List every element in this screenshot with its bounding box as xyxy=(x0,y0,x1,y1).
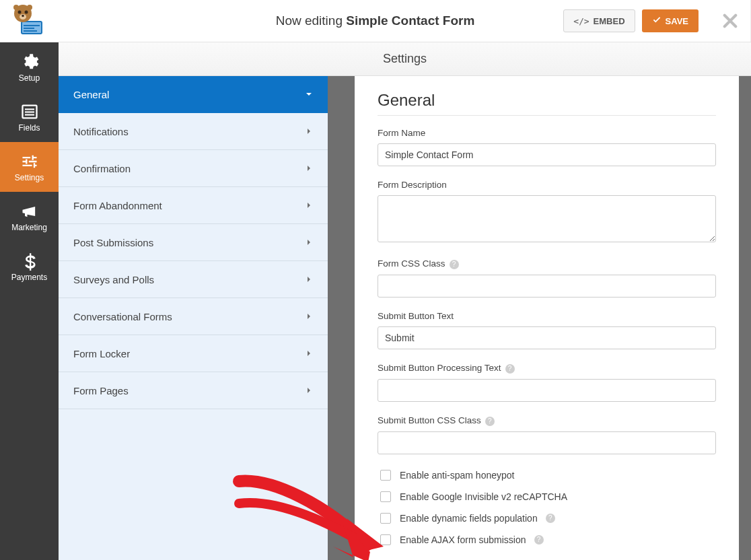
recaptcha-checkbox[interactable] xyxy=(380,491,391,502)
list-icon xyxy=(20,102,39,121)
chevron-right-icon xyxy=(305,238,313,246)
svg-rect-2 xyxy=(24,28,34,29)
subnav-form-abandonment[interactable]: Form Abandonment xyxy=(59,187,328,224)
subnav-form-locker[interactable]: Form Locker xyxy=(59,335,328,372)
dollar-icon xyxy=(20,252,39,271)
nav-fields[interactable]: Fields xyxy=(0,92,59,142)
help-icon[interactable]: ? xyxy=(505,364,515,374)
form-css-class-label: Form CSS Class? xyxy=(378,258,716,269)
subnav-confirmation[interactable]: Confirmation xyxy=(59,150,328,187)
settings-subnav: General Notifications Confirmation Form … xyxy=(59,76,328,560)
antispam-checkbox[interactable] xyxy=(380,470,391,481)
svg-point-8 xyxy=(22,15,24,18)
help-icon[interactable]: ? xyxy=(546,514,555,523)
nav-payments[interactable]: Payments xyxy=(0,242,59,291)
content-heading: Settings xyxy=(59,42,751,76)
nav-settings[interactable]: Settings xyxy=(0,142,59,192)
code-icon: </> xyxy=(573,16,589,26)
svg-point-6 xyxy=(25,11,28,14)
chevron-down-icon xyxy=(305,90,313,98)
subnav-post-submissions[interactable]: Post Submissions xyxy=(59,224,328,261)
scrollbar-rail xyxy=(739,76,751,560)
submit-css-class-label: Submit Button CSS Class? xyxy=(378,415,716,426)
chevron-right-icon xyxy=(305,127,313,135)
subnav-general[interactable]: General xyxy=(59,76,328,113)
dynamic-fields-checkbox[interactable] xyxy=(380,513,391,524)
megaphone-icon xyxy=(20,202,39,221)
help-icon[interactable]: ? xyxy=(450,260,459,269)
panel-heading: General xyxy=(378,91,716,110)
main-area: Setup Fields Settings Marketing Payments… xyxy=(0,42,751,560)
antispam-label: Enable anti-spam honeypot xyxy=(400,470,514,481)
svg-rect-1 xyxy=(24,25,40,26)
sliders-icon xyxy=(20,152,39,171)
form-description-label: Form Description xyxy=(378,180,716,190)
submit-button-text-label: Submit Button Text xyxy=(378,311,716,321)
ajax-submission-label: Enable AJAX form submission xyxy=(400,534,526,545)
chevron-right-icon xyxy=(305,386,313,394)
chevron-right-icon xyxy=(305,312,313,320)
app-logo xyxy=(8,3,46,39)
check-icon xyxy=(652,15,661,27)
content-area: Settings General Notifications Confirmat… xyxy=(59,42,751,560)
page-title: Now editing Simple Contact Form xyxy=(276,13,475,28)
ajax-submission-checkbox[interactable] xyxy=(380,534,391,545)
top-toolbar: Now editing Simple Contact Form </> EMBE… xyxy=(0,0,751,42)
divider xyxy=(378,115,716,116)
close-button[interactable] xyxy=(723,12,738,33)
gear-icon xyxy=(20,53,39,71)
svg-rect-3 xyxy=(24,30,37,32)
subnav-surveys-polls[interactable]: Surveys and Polls xyxy=(59,261,328,298)
dynamic-fields-label: Enable dynamic fields population xyxy=(400,513,538,524)
nav-setup[interactable]: Setup xyxy=(0,42,59,92)
subnav-conversational-forms[interactable]: Conversational Forms xyxy=(59,298,328,335)
submit-css-class-input[interactable] xyxy=(378,431,716,454)
svg-rect-12 xyxy=(25,108,34,110)
svg-point-9 xyxy=(13,5,19,10)
chevron-right-icon xyxy=(305,164,313,172)
help-icon[interactable]: ? xyxy=(485,417,495,426)
divider-column xyxy=(328,76,355,560)
svg-point-10 xyxy=(27,5,32,10)
primary-nav: Setup Fields Settings Marketing Payments xyxy=(0,42,59,560)
save-button[interactable]: SAVE xyxy=(642,9,699,32)
submit-button-text-input[interactable] xyxy=(378,326,716,349)
submit-processing-input[interactable] xyxy=(378,379,716,402)
chevron-right-icon xyxy=(305,201,313,209)
submit-processing-label: Submit Button Processing Text? xyxy=(378,363,716,374)
chevron-right-icon xyxy=(305,275,313,283)
nav-marketing[interactable]: Marketing xyxy=(0,192,59,242)
chevron-right-icon xyxy=(305,349,313,357)
subnav-form-pages[interactable]: Form Pages xyxy=(59,372,328,409)
form-name-input[interactable] xyxy=(378,143,716,166)
form-css-class-input[interactable] xyxy=(378,275,716,298)
form-name-label: Form Name xyxy=(378,128,716,138)
help-icon[interactable]: ? xyxy=(534,535,544,545)
form-description-textarea[interactable] xyxy=(378,195,716,242)
svg-rect-14 xyxy=(25,114,34,116)
settings-panel: General Form Name Form Description Form … xyxy=(355,76,739,560)
svg-rect-13 xyxy=(25,111,34,112)
subnav-notifications[interactable]: Notifications xyxy=(59,113,328,150)
recaptcha-label: Enable Google Invisible v2 reCAPTCHA xyxy=(400,491,567,502)
svg-point-5 xyxy=(18,11,22,14)
embed-button[interactable]: </> EMBED xyxy=(563,9,635,32)
